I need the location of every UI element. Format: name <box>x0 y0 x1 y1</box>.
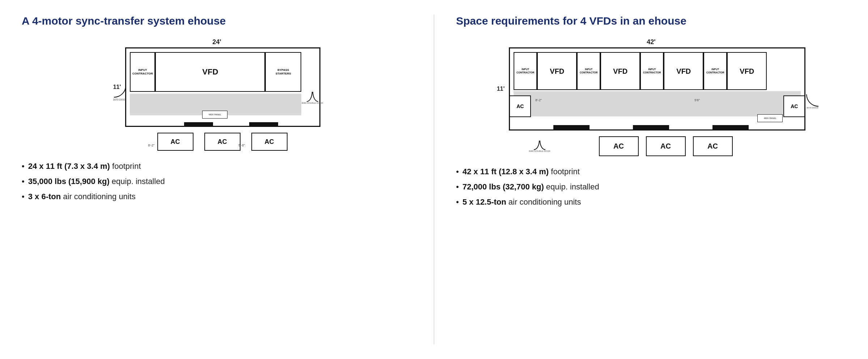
left-ac-row: AC AC AC <box>146 133 288 151</box>
right-door-arc: 3070 DOOR <box>806 94 818 109</box>
right-floorplan: INPUTCONTRACTOR VFD INPUTCONTRACTOR VFD <box>509 47 805 131</box>
right-black-block3 <box>712 125 749 129</box>
left-room-input-contractor: INPUTCONTRACTOR <box>130 52 155 92</box>
left-walkway-dim1: 8'-2" <box>148 144 154 147</box>
door-left: 3070 DOOR <box>113 85 127 101</box>
right-room-vfd-3: VFD <box>664 52 703 90</box>
right-top-rooms: INPUTCONTRACTOR VFD INPUTCONTRACTOR VFD <box>514 52 801 90</box>
left-bullet-2-bold: 35,000 lbs (15,900 kg) <box>28 177 110 186</box>
right-section-title: Space requirements for 4 VFDs in an ehou… <box>456 14 686 27</box>
left-top-rooms: INPUTCONTRACTOR VFD BYPASSSTARTERS <box>130 52 301 92</box>
left-width-label: 24' <box>212 38 221 46</box>
left-room-vfd: VFD <box>155 52 265 92</box>
right-walkway-dim1: 8'-2" <box>535 98 542 102</box>
right-width-label: 42' <box>647 38 655 46</box>
right-bullet-3-bold: 5 x 12.5-ton <box>463 197 506 206</box>
right-floorplan-wrapper: 42' 11' INPUTCONTRACTOR VFD <box>456 38 846 156</box>
right-ac-unit-2: AC <box>646 136 686 156</box>
right-diagram-section: Space requirements for 4 VFDs in an ehou… <box>456 14 846 213</box>
left-bullet-3: • 3 x 6-ton air conditioning units <box>22 192 165 201</box>
right-ac-unit-1: AC <box>599 136 639 156</box>
right-bullet-2: • 72,000 lbs (32,700 kg) equip. installe… <box>456 182 599 192</box>
right-ac-row: AC AC AC <box>570 136 733 156</box>
left-bullet-1-bold: 24 x 11 ft (7.3 x 3.4 m) <box>28 162 110 171</box>
left-room-bypass: BYPASSSTARTERS <box>265 52 301 92</box>
left-ac-unit-1: AC <box>157 133 193 151</box>
right-door-bottom-left: 8080 DOUBLE DOOR <box>529 141 550 152</box>
right-bullet-1-bold: 42 x 11 ft (12.8 x 3.4 m) <box>463 167 549 176</box>
right-door-arc-label: 3070 DOOR <box>807 107 818 109</box>
right-ac-unit-3: AC <box>693 136 733 156</box>
left-ac-unit-3: AC <box>251 133 288 151</box>
right-bullets: • 42 x 11 ft (12.8 x 3.4 m) footprint • … <box>456 167 599 213</box>
left-panel-box: 480V PANEL <box>202 111 227 119</box>
right-fp-container: INPUTCONTRACTOR VFD INPUTCONTRACTOR VFD <box>509 47 805 131</box>
right-walkway-dim2: 5'6" <box>694 98 700 102</box>
left-bullet-3-bold: 3 x 6-ton <box>28 192 61 201</box>
right-room-input-1: INPUTCONTRACTOR <box>514 52 537 90</box>
right-door-bottom-label: 8080 DOUBLE DOOR <box>529 150 550 152</box>
door-right-double: 8080 DOUBLE DOOR <box>302 92 323 104</box>
left-bullet-2: • 35,000 lbs (15,900 kg) equip. installe… <box>22 177 165 186</box>
right-room-input-2: INPUTCONTRACTOR <box>577 52 600 90</box>
right-floorplan-row: 11' INPUTCONTRACTOR VFD <box>497 47 806 131</box>
left-section-title: A 4-motor sync-transfer system ehouse <box>22 14 226 27</box>
right-room-vfd-1: VFD <box>537 52 577 90</box>
left-floorplan-wrapper: 24' 11' 3070 DOOR <box>22 38 412 151</box>
left-ac-unit-2: AC <box>204 133 241 151</box>
left-floorplan: INPUTCONTRACTOR VFD BYPASSSTARTERS <box>125 47 320 127</box>
page-container: A 4-motor sync-transfer system ehouse 24… <box>0 0 868 359</box>
right-room-input-4: INPUTCONTRACTOR <box>703 52 727 90</box>
vertical-divider <box>434 14 434 345</box>
left-walkway-dim2: 5'-8" <box>238 144 245 147</box>
right-bullet-1: • 42 x 11 ft (12.8 x 3.4 m) footprint <box>456 167 599 176</box>
right-panel-box: 480V PANEL <box>757 114 783 122</box>
right-black-block1 <box>553 125 590 129</box>
right-walkway: 8'-2" 5'6" <box>514 91 801 116</box>
right-black-block2 <box>633 125 669 129</box>
left-black-block1 <box>184 122 213 126</box>
door-right-label: 8080 DOUBLE DOOR <box>302 102 323 104</box>
left-bullets: • 24 x 11 ft (7.3 x 3.4 m) footprint • 3… <box>22 162 165 207</box>
right-room-vfd-2: VFD <box>600 52 640 90</box>
door-left-label: 3070 DOOR <box>113 98 127 101</box>
right-height-label: 11' <box>497 86 505 92</box>
right-room-vfd-4: VFD <box>727 52 767 90</box>
left-black-block2 <box>249 122 278 126</box>
right-ac-side-right: AC <box>783 95 805 117</box>
left-diagram-section: A 4-motor sync-transfer system ehouse 24… <box>22 14 412 207</box>
right-ac-side-left: AC <box>509 95 531 117</box>
right-bullet-3: • 5 x 12.5-ton air conditioning units <box>456 197 599 207</box>
right-room-input-3: INPUTCONTRACTOR <box>640 52 664 90</box>
left-floorplan-row: 11' 3070 DOOR INPUTCONTRACTOR <box>113 47 321 127</box>
right-bullet-2-bold: 72,000 lbs (32,700 kg) <box>463 182 544 191</box>
left-bullet-1: • 24 x 11 ft (7.3 x 3.4 m) footprint <box>22 162 165 171</box>
